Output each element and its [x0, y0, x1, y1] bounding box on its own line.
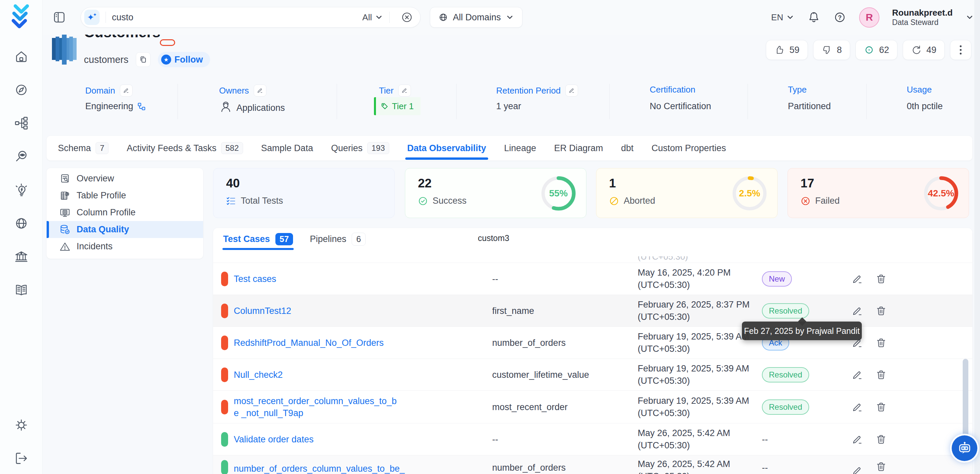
test-case-link[interactable]: Test cases	[234, 273, 407, 285]
test-case-link[interactable]: Null_check2	[234, 369, 407, 381]
sidenav-item-data-quality[interactable]: Data Quality	[47, 221, 203, 238]
delete-icon[interactable]	[876, 369, 886, 380]
entity-name: customers	[84, 54, 129, 65]
edit-owners-icon[interactable]	[254, 84, 266, 97]
edit-icon[interactable]	[852, 369, 862, 380]
delete-icon[interactable]	[876, 461, 886, 472]
search-input[interactable]	[112, 12, 362, 23]
governance-bank-icon[interactable]	[14, 250, 29, 264]
chat-assistant-button[interactable]	[952, 435, 977, 461]
sidenav-item-table-profile[interactable]: Table Profile	[47, 187, 203, 204]
tab-queries[interactable]: Queries193	[331, 136, 389, 161]
sidenav-item-overview[interactable]: Overview	[47, 170, 203, 187]
tab-sample-data[interactable]: Sample Data	[261, 136, 313, 161]
global-search-bar[interactable]: ✦✦ All	[81, 7, 421, 28]
incident-badge-resolved[interactable]: Resolved	[762, 399, 809, 415]
insights-bulb-icon[interactable]	[14, 183, 29, 197]
test-cases-table: (UTC+05:30) Test cases -- May 16, 2025, …	[213, 256, 972, 474]
copy-icon[interactable]	[136, 52, 151, 67]
observability-search-eye-icon[interactable]	[14, 149, 29, 164]
column-cell: number_of_orders	[492, 337, 566, 348]
ai-sparkle-icon[interactable]: ✦✦	[84, 10, 100, 25]
settings-gear-icon[interactable]	[14, 418, 29, 433]
date-cell: May 26, 2025, 5:42 AM(UTC+05:30)	[638, 427, 730, 452]
test-case-link[interactable]: ColumnTest12	[234, 305, 407, 317]
incident-badge-new[interactable]: New	[762, 271, 792, 286]
more-options-button[interactable]	[950, 40, 971, 60]
overview-doc-icon	[59, 173, 71, 185]
language-dropdown[interactable]: EN	[771, 12, 794, 23]
card-success: 22 Success 55%	[405, 168, 586, 218]
tab-test-cases[interactable]: Test Cases57	[223, 228, 293, 250]
edit-icon[interactable]	[852, 465, 862, 474]
sidebar-toggle-icon[interactable]	[52, 10, 67, 25]
logout-icon[interactable]	[14, 451, 29, 466]
certification-value: No Certification	[650, 101, 711, 111]
explore-compass-icon[interactable]	[14, 83, 29, 97]
tab-pipelines[interactable]: Pipelines6	[310, 228, 365, 250]
edit-domain-icon[interactable]	[120, 84, 132, 97]
delete-icon[interactable]	[876, 274, 886, 284]
edit-icon[interactable]	[852, 305, 862, 316]
tab-activity-feeds[interactable]: Activity Feeds & Tasks582	[127, 136, 243, 161]
tab-custom-properties[interactable]: Custom Properties	[652, 136, 726, 161]
downvote-button[interactable]: 8	[813, 40, 850, 60]
delete-icon[interactable]	[876, 434, 886, 445]
edit-icon[interactable]	[852, 434, 862, 445]
table-row[interactable]: Validate order dates -- May 26, 2025, 5:…	[213, 423, 972, 455]
search-scope-dropdown[interactable]: All	[362, 12, 383, 23]
tab-data-observability[interactable]: Data Observability	[407, 136, 486, 161]
edit-icon[interactable]	[852, 274, 862, 284]
watch-button[interactable]: 62	[856, 40, 897, 60]
delete-icon[interactable]	[876, 402, 886, 412]
versions-button[interactable]: 49	[903, 40, 945, 60]
floating-text-custom3: custom3	[478, 233, 509, 243]
incident-badge-resolved[interactable]: Resolved	[762, 367, 809, 382]
table-row[interactable]: Null_check2 customer_lifetime_value Febr…	[213, 359, 972, 391]
test-case-link[interactable]: RedshiftProd_Manual_No_Of_Orders	[234, 337, 407, 349]
edit-icon[interactable]	[852, 402, 862, 412]
glossary-book-icon[interactable]	[14, 283, 29, 297]
collate-logo[interactable]	[10, 4, 32, 29]
clear-search-icon[interactable]	[401, 11, 413, 23]
tab-schema[interactable]: Schema7	[58, 136, 108, 161]
delete-icon[interactable]	[876, 337, 886, 348]
notifications-bell-icon[interactable]	[807, 11, 821, 24]
status-indicator-success	[221, 432, 228, 447]
domains-globe-icon[interactable]	[14, 216, 29, 231]
tier-badge[interactable]: Tier 1	[374, 97, 421, 115]
edit-tier-icon[interactable]	[398, 84, 411, 97]
test-case-link[interactable]: number_of_orders_column_values_to_be_	[234, 463, 407, 474]
help-icon[interactable]: ?	[833, 11, 846, 24]
upvote-button[interactable]: 59	[766, 40, 808, 60]
domain-value[interactable]: Engineering	[85, 101, 146, 111]
check-circle-icon	[418, 196, 428, 206]
date-cell: May 26, 2025, 5:42 AM(UTC+05:30)	[638, 458, 730, 474]
test-case-link[interactable]: most_recent_order_column_values_to_be _n…	[234, 395, 400, 419]
delete-icon[interactable]	[876, 305, 886, 316]
chevron-down-icon	[375, 13, 383, 22]
tab-er-diagram[interactable]: ER Diagram	[554, 136, 603, 161]
chevron-down-icon[interactable]	[965, 13, 974, 22]
column-cell: --	[492, 274, 498, 284]
incident-badge-resolved[interactable]: Resolved	[762, 303, 809, 318]
table-profile-icon	[59, 190, 71, 201]
table-row[interactable]: number_of_orders_column_values_to_be_ nu…	[213, 455, 972, 474]
all-domains-button[interactable]: All Domains	[430, 7, 522, 28]
page-scrollbar-track[interactable]	[974, 0, 980, 474]
table-row[interactable]: Test cases -- May 16, 2025, 4:20 PM(UTC+…	[213, 263, 972, 295]
user-menu[interactable]: Rounakpreet.d Data Steward	[892, 8, 953, 27]
test-case-link[interactable]: Validate order dates	[234, 433, 407, 445]
lineage-sitemap-icon[interactable]	[14, 116, 29, 130]
sidenav-item-incidents[interactable]: Incidents	[47, 238, 203, 255]
owners-value[interactable]: Applications	[219, 101, 285, 115]
table-row[interactable]: most_recent_order_column_values_to_be _n…	[213, 391, 972, 423]
divider	[337, 84, 337, 119]
tab-lineage[interactable]: Lineage	[504, 136, 536, 161]
home-icon[interactable]	[14, 49, 29, 64]
sidenav-item-column-profile[interactable]: Column Profile	[47, 204, 203, 221]
tab-dbt[interactable]: dbt	[621, 136, 634, 161]
edit-retention-icon[interactable]	[565, 84, 578, 97]
follow-button[interactable]: ★ Follow	[158, 52, 210, 67]
user-avatar[interactable]: R	[859, 7, 880, 28]
